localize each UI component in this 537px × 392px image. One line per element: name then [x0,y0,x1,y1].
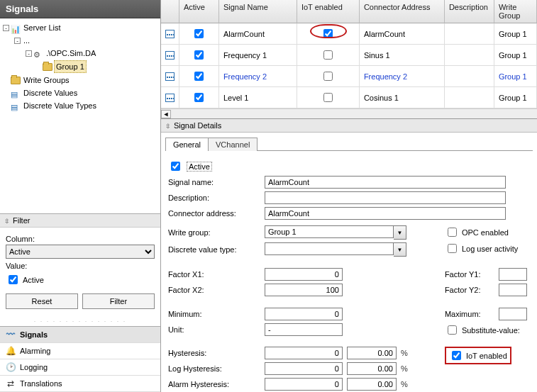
hyst-pct-input[interactable] [347,347,397,359]
hyst-input[interactable] [265,347,343,359]
signal-name-input[interactable] [265,176,506,189]
updown-icon [4,216,10,225]
row-iot-check[interactable] [323,93,333,102]
collapse-icon[interactable]: - [14,38,21,44]
nav-alarming[interactable]: 🔔 Alarming [0,343,160,359]
opc-enabled-check[interactable] [448,228,457,237]
row-conn: Sinus 1 [364,51,390,60]
active-cell [179,66,219,87]
col-icon[interactable] [161,0,179,23]
signal-icon-cell [161,66,179,87]
discrete-type-combo[interactable]: ▼ [265,242,406,257]
dots-label: ... [22,35,31,46]
write-group-input[interactable] [265,225,394,238]
iot-enabled-check[interactable] [452,351,461,360]
updown-icon [165,121,171,130]
row-wg: Group 1 [499,51,527,60]
highlight-ring [310,24,347,38]
sub-val-check[interactable] [448,325,457,335]
conn-addr-input[interactable] [265,207,506,220]
collapse-icon[interactable]: - [3,25,9,31]
tree-group-label: Group 1 [54,60,87,73]
iot-enabled-label: IoT enabled [466,352,507,360]
tree-server[interactable]: - .\OPC.Sim.DA [3,47,157,60]
col-signal-name[interactable]: Signal Name [219,0,297,23]
tree-root-label: Server List [22,22,62,33]
nav-signals[interactable]: 〰 Signals [0,327,160,343]
log-user-label: Log user activity [462,245,518,253]
row-conn: Frequency 2 [364,72,407,81]
tree-group-1[interactable]: Group 1 [3,60,157,74]
signals-icon: 📊 [11,23,21,32]
unit-input[interactable] [265,323,343,336]
row-active-check[interactable] [194,50,204,60]
write-group-combo[interactable]: ▼ [265,225,406,240]
reset-button[interactable]: Reset [6,293,78,309]
pct-label: % [401,364,408,373]
iot-cell [297,23,360,45]
row-active-check[interactable] [194,93,204,102]
row-iot-check[interactable] [323,72,333,81]
right-panel: Active Signal Name IoT enabled Connector… [161,0,537,392]
log-user-check[interactable] [448,244,457,253]
min-input[interactable] [265,308,343,320]
factor-x2-input[interactable] [265,284,343,296]
details-header-label: Signal Details [174,121,221,130]
description-input[interactable] [265,191,506,204]
loghyst-pct-input[interactable] [347,362,397,375]
desc-cell [445,66,494,87]
table-row[interactable]: Level 1Cosinus 1Group 1 [161,87,537,108]
loghyst-input[interactable] [265,362,343,375]
row-active-check[interactable] [194,72,204,81]
factor-x1-input[interactable] [265,268,343,281]
col-iot[interactable]: IoT enabled [297,0,360,23]
tree-discrete-value-types[interactable]: Discrete Value Types [3,99,157,112]
conn-cell: Frequency 2 [360,66,445,87]
factor-y1-label: Factor Y1: [445,270,494,279]
nav-list: 〰 Signals 🔔 Alarming 🕑 Logging ⇄ Transla… [0,326,160,392]
row-iot-check[interactable] [323,50,333,60]
factor-y1-input[interactable] [499,268,527,281]
active-check[interactable] [171,162,180,171]
scroll-left-icon[interactable]: ◄ [161,110,171,118]
row-active-check[interactable] [194,29,204,38]
discrete-type-label: Discrete value type: [168,245,260,254]
row-wg: Group 1 [499,94,527,102]
details-header[interactable]: Signal Details [161,119,537,133]
alarmhyst-input[interactable] [265,378,343,391]
col-description[interactable]: Description [445,0,494,23]
tab-vchannel[interactable]: VChannel [208,138,258,151]
tab-general[interactable]: General [165,138,209,151]
nav-translations[interactable]: ⇄ Translations [0,376,160,392]
hyst-label: Hysteresis: [168,349,260,357]
max-input[interactable] [499,308,527,320]
max-label: Maximum: [445,310,494,318]
tree-sub[interactable]: - ... [3,34,157,47]
col-active[interactable]: Active [179,0,219,23]
col-write-group[interactable]: Write Group [494,0,537,23]
filter-value-check[interactable] [9,275,18,284]
panel-title: Signals [0,0,160,18]
nav-alarming-label: Alarming [20,347,50,355]
iot-cell [297,87,360,108]
table-row[interactable]: AlarmCountAlarmCountGroup 1 [161,23,537,45]
collapse-icon[interactable]: - [26,50,32,57]
col-connector[interactable]: Connector Address [360,0,445,23]
tree-discrete-values[interactable]: Discrete Values [3,86,157,99]
table-row[interactable]: Frequency 2Frequency 2Group 1 [161,66,537,87]
chevron-down-icon[interactable]: ▼ [394,225,406,240]
alarmhyst-pct-input[interactable] [347,378,397,391]
description-label: Description: [168,194,260,202]
tree-write-groups[interactable]: Write Groups [3,74,157,86]
chevron-down-icon[interactable]: ▼ [394,242,406,257]
tree-root[interactable]: - 📊 Server List [3,21,157,34]
filter-header[interactable]: Filter [0,213,160,228]
filter-button[interactable]: Filter [82,293,155,309]
nav-logging[interactable]: 🕑 Logging [0,359,160,376]
table-row[interactable]: Frequency 1Sinus 1Group 1 [161,45,537,66]
filter-column-select[interactable]: Active [6,245,155,259]
factor-y2-input[interactable] [499,284,527,296]
discrete-type-input[interactable] [265,242,394,255]
conn-addr-label: Connector address: [168,209,260,218]
grid-hscroll[interactable]: ◄ [161,108,537,118]
